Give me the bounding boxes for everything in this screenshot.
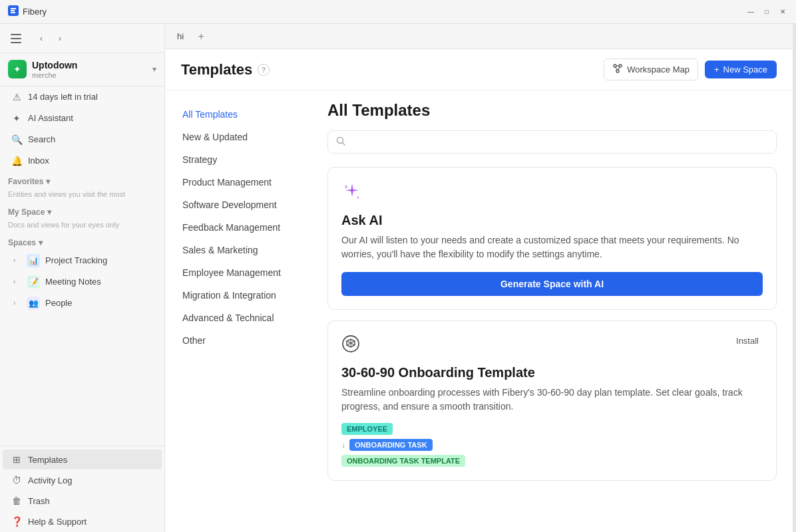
category-product[interactable]: Product Management [176,172,301,193]
workspace-header[interactable]: ✦ Uptodown merche ▾ [0,53,164,86]
new-space-label: New Space [723,65,767,74]
category-migration-label: Migration & Integration [182,290,276,301]
my-space-label: My Space [8,207,45,217]
workspace-name: Uptodown [32,60,152,71]
ai-card-title: Ask AI [341,213,763,228]
trial-notice[interactable]: ⚠ 14 days left in trial [3,87,162,107]
category-sales[interactable]: Sales & Marketing [176,239,301,261]
favorites-chevron-icon: ▾ [46,177,50,186]
template-card-title: 30-60-90 Onboarding Template [341,365,763,380]
header-actions: Workspace Map + New Space [604,59,777,80]
close-button[interactable]: ✕ [777,7,788,17]
category-advanced[interactable]: Advanced & Technical [176,307,301,329]
templates-list: All Templates [311,90,793,532]
workspace-chevron-icon: ▾ [152,65,156,74]
search-icon: 🔍 [11,134,23,145]
my-space-sub: Docs and views for your eyes only [0,219,164,233]
svg-point-6 [616,70,619,72]
space-item-people[interactable]: › 👥 People [3,293,162,313]
help-icon: ❓ [11,516,23,527]
sidebar-item-activity-log[interactable]: ⏱ Activity Log [3,470,162,490]
my-space-chevron-icon: ▾ [47,207,51,217]
category-new-label: New & Updated [182,132,248,142]
activity-log-label: Activity Log [28,475,154,485]
sidebar-item-trash[interactable]: 🗑 Trash [3,491,162,511]
search-bar [327,130,777,154]
onboarding-task-badge: ONBOARDING TASK [349,439,433,451]
new-space-plus-icon: + [714,65,719,74]
category-strategy[interactable]: Strategy [176,149,301,170]
category-migration[interactable]: Migration & Integration [176,285,301,306]
sidebar-toggle-button[interactable] [7,29,25,48]
category-all-templates[interactable]: All Templates [176,104,301,125]
ai-assistant-icon: ✦ [11,113,23,124]
sidebar-item-search[interactable]: 🔍 Search [3,130,162,150]
my-space-section[interactable]: My Space ▾ [0,202,164,219]
workspace-info: Uptodown merche [32,60,152,79]
search-label: Search [28,134,154,144]
search-bar-icon [336,136,345,148]
spaces-label: Spaces [8,238,36,247]
workspace-map-button[interactable]: Workspace Map [604,59,698,80]
svg-line-8 [616,67,618,70]
main-content: hi + Templates ? [165,24,793,532]
ai-sparkle-icon [341,181,763,206]
sidebar-item-help[interactable]: ❓ Help & Support [3,511,162,531]
project-tracking-label: Project Tracking [45,255,107,265]
badge-row-1: EMPLOYEE [341,423,763,435]
content-body: All Templates New & Updated Strategy Pro… [165,90,793,532]
search-input[interactable] [351,137,768,148]
category-sales-label: Sales & Marketing [182,245,258,255]
new-space-button[interactable]: + New Space [705,61,777,78]
sidebar-item-inbox[interactable]: 🔔 Inbox [3,151,162,171]
category-new-updated[interactable]: New & Updated [176,126,301,148]
category-feedback[interactable]: Feedback Management [176,217,301,238]
trial-icon: ⚠ [11,92,23,102]
category-other-label: Other [182,335,206,346]
category-software[interactable]: Software Development [176,194,301,215]
trash-label: Trash [28,496,154,506]
title-help-icon[interactable]: ? [258,64,270,76]
generate-space-button[interactable]: Generate Space with AI [341,272,763,296]
category-software-label: Software Development [182,200,277,210]
spaces-section[interactable]: Spaces ▾ [0,233,164,250]
templates-icon: ⊞ [11,454,23,465]
category-strategy-label: Strategy [182,154,217,165]
current-tab[interactable]: hi [170,27,190,46]
space-item-project-tracking[interactable]: › 📊 Project Tracking [3,251,162,271]
install-button[interactable]: Install [732,334,763,347]
tab-label: hi [177,31,184,41]
sidebar-bottom: ⊞ Templates ⏱ Activity Log 🗑 Trash ❓ Hel… [0,446,164,532]
onboarding-template-icon [341,334,360,357]
category-employee[interactable]: Employee Management [176,262,301,283]
employee-badge: EMPLOYEE [341,423,393,435]
window-controls: — □ ✕ [745,7,788,17]
category-other[interactable]: Other [176,330,301,351]
space-item-meeting-notes[interactable]: › 📝 Meeting Notes [3,272,162,292]
nav-forward-button[interactable]: › [52,31,68,47]
project-tracking-icon: 📊 [27,254,40,267]
templates-heading: All Templates [327,101,777,120]
add-tab-button[interactable]: + [193,29,209,45]
svg-point-5 [619,65,622,67]
svg-rect-2 [11,38,21,39]
template-card-onboarding: Install 30-60-90 Onboarding Template Str… [327,321,777,481]
page-title: Templates ? [181,61,270,78]
sidebar-item-ai-assistant[interactable]: ✦ AI Assistant [3,108,162,128]
minimize-button[interactable]: — [745,7,756,17]
right-divider[interactable] [793,24,796,532]
app-layout: ‹ › ✦ Uptodown merche ▾ ⚠ 14 days left i… [0,24,796,532]
favorites-section[interactable]: Favorites ▾ [0,172,164,189]
sidebar-item-templates[interactable]: ⊞ Templates [3,450,162,469]
maximize-button[interactable]: □ [761,7,772,17]
title-text: Templates [181,61,252,78]
template-card-description: Streamline onboarding processes with Fib… [341,386,763,414]
svg-rect-1 [11,34,21,35]
window-chrome: Fibery — □ ✕ [0,0,796,24]
nav-back-button[interactable]: ‹ [33,31,49,47]
category-nav: All Templates New & Updated Strategy Pro… [165,90,311,532]
favorites-sub: Entities and views you visit the most [0,189,164,202]
trial-label: 14 days left in trial [28,92,154,102]
category-product-label: Product Management [182,177,272,188]
category-advanced-label: Advanced & Technical [182,313,274,323]
